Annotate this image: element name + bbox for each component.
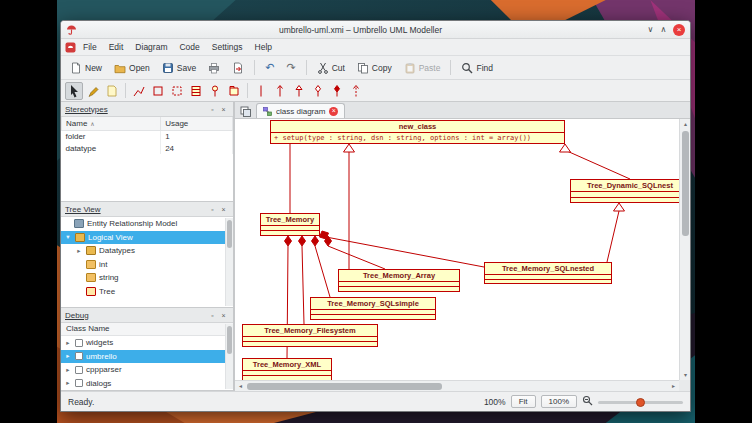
checkbox[interactable] xyxy=(75,339,83,347)
table-row[interactable]: datatype24 xyxy=(62,142,233,154)
tool-pencil[interactable] xyxy=(84,82,102,100)
horizontal-scroll-thumb[interactable] xyxy=(247,383,442,390)
tool-aggregation[interactable] xyxy=(309,82,327,100)
undo-button[interactable]: ↶ xyxy=(260,59,279,76)
expander-closed-icon[interactable]: ▸ xyxy=(64,352,72,360)
tree-item-logical-view[interactable]: ▾ Logical View xyxy=(61,231,233,245)
checkbox[interactable] xyxy=(75,366,83,374)
dock-float-icon[interactable]: ▫ xyxy=(207,106,218,113)
uml-class-tree-memory[interactable]: Tree_Memory xyxy=(260,213,320,236)
stereotypes-header[interactable]: Stereotypes ▫ × xyxy=(61,102,233,117)
zoom-slider[interactable] xyxy=(598,396,683,408)
vertical-scroll-thumb[interactable] xyxy=(682,131,689,236)
tool-dashed-box[interactable] xyxy=(168,82,186,100)
debug-column-header[interactable]: Class Name xyxy=(61,323,233,336)
cut-button[interactable]: Cut xyxy=(312,60,350,76)
tree-item-tree[interactable]: Tree xyxy=(61,285,233,299)
uml-class-tree-memory-array[interactable]: Tree_Memory_Array xyxy=(338,269,460,292)
tree-item-entity-relationship-model[interactable]: Entity Relationship Model xyxy=(61,217,233,231)
save-button[interactable]: Save xyxy=(157,60,201,76)
tool-select[interactable] xyxy=(65,82,83,100)
expander-closed-icon[interactable]: ▸ xyxy=(75,247,83,255)
uml-class-tree-memory-filesystem[interactable]: Tree_Memory_Filesystem xyxy=(242,324,378,347)
vertical-scrollbar[interactable]: ▴ ▾ xyxy=(679,119,690,380)
debug-item-widgets[interactable]: ▸ widgets xyxy=(61,336,233,350)
tool-dependency[interactable] xyxy=(347,82,365,100)
dock-float-icon[interactable]: ▫ xyxy=(207,312,218,319)
uml-class-tree-memory-xml[interactable]: Tree_Memory_XML xyxy=(242,358,332,380)
copy-button[interactable]: Copy xyxy=(352,60,397,76)
uml-class-tree-memory-sqlnested[interactable]: Tree_Memory_SQLnested xyxy=(484,262,612,284)
tool-class[interactable] xyxy=(187,82,205,100)
checkbox[interactable] xyxy=(75,352,83,360)
tool-interface[interactable] xyxy=(206,82,224,100)
new-button[interactable]: New xyxy=(65,60,107,76)
dock-float-icon[interactable]: ▫ xyxy=(207,206,218,213)
debug-scrollbar[interactable] xyxy=(225,324,233,389)
paste-button[interactable]: Paste xyxy=(399,60,446,76)
tab-class-diagram[interactable]: class diagram × xyxy=(256,103,345,118)
debug-header[interactable]: Debug ▫ × xyxy=(61,308,233,323)
close-button[interactable]: × xyxy=(673,24,685,36)
scroll-down-icon[interactable]: ▾ xyxy=(680,370,691,380)
column-header-name[interactable]: Name∧ xyxy=(62,117,161,130)
menu-edit[interactable]: Edit xyxy=(104,41,129,53)
tool-box[interactable] xyxy=(149,82,167,100)
tab-list-button[interactable] xyxy=(237,104,253,118)
open-button[interactable]: Open xyxy=(109,60,155,76)
tree-view-header[interactable]: Tree View ▫ × xyxy=(61,202,233,217)
shade-button[interactable]: ∨ xyxy=(644,25,657,34)
tool-package[interactable] xyxy=(225,82,243,100)
dock-close-icon[interactable]: × xyxy=(218,312,229,319)
tree-item-int[interactable]: int xyxy=(61,258,233,272)
tool-generalization[interactable] xyxy=(290,82,308,100)
find-button[interactable]: Find xyxy=(456,60,498,76)
debug-item-cppparser[interactable]: ▸ cppparser xyxy=(61,363,233,377)
fit-button[interactable]: Fit xyxy=(511,395,536,408)
tree-item-datatypes[interactable]: ▸ Datatypes xyxy=(61,244,233,258)
expander-closed-icon[interactable]: ▸ xyxy=(64,366,72,374)
scroll-up-icon[interactable]: ▴ xyxy=(680,119,691,129)
print-button[interactable] xyxy=(203,60,225,76)
tab-close-button[interactable]: × xyxy=(329,107,338,116)
expander-open-icon[interactable]: ▾ xyxy=(64,233,72,241)
menu-help[interactable]: Help xyxy=(250,41,277,53)
expander-closed-icon[interactable]: ▸ xyxy=(64,379,72,387)
column-header-usage[interactable]: Usage xyxy=(161,117,233,130)
zoom-value-button[interactable]: 100% xyxy=(541,395,577,408)
tool-association[interactable] xyxy=(252,82,270,100)
uml-class-tree-dynamic-sqlnest[interactable]: Tree_Dynamic_SQLnest xyxy=(570,179,679,203)
uml-class-new-class[interactable]: new_class + setup(type : string, dsn : s… xyxy=(270,120,565,144)
horizontal-scrollbar[interactable]: ◂ ▸ xyxy=(235,380,679,391)
title-bar[interactable]: umbrello-uml.xmi – Umbrello UML Modeller… xyxy=(61,21,690,39)
maximize-button[interactable]: ∧ xyxy=(657,25,670,34)
dock-close-icon[interactable]: × xyxy=(218,106,229,113)
tree-view-scrollbar[interactable] xyxy=(225,218,233,306)
diagram-canvas[interactable]: new_class + setup(type : string, dsn : s… xyxy=(235,119,679,380)
export-button[interactable] xyxy=(227,60,249,76)
uml-class-tree-memory-sqlsimple[interactable]: Tree_Memory_SQLsimple xyxy=(310,297,436,320)
uml-class-name: new_class xyxy=(271,121,564,133)
menu-file[interactable]: File xyxy=(78,41,102,53)
scroll-right-icon[interactable]: ▸ xyxy=(668,381,679,391)
tool-note[interactable] xyxy=(103,82,121,100)
debug-item-dialogs[interactable]: ▸ dialogs xyxy=(61,377,233,391)
dock-close-icon[interactable]: × xyxy=(218,206,229,213)
menu-code[interactable]: Code xyxy=(174,41,204,53)
zoom-out-icon[interactable] xyxy=(582,395,593,408)
tree-item-string[interactable]: string xyxy=(61,271,233,285)
menu-diagram[interactable]: Diagram xyxy=(130,41,172,53)
table-row[interactable]: folder1 xyxy=(62,130,233,142)
redo-button[interactable]: ↷ xyxy=(281,59,300,76)
tool-uni-association[interactable] xyxy=(271,82,289,100)
expander-closed-icon[interactable]: ▸ xyxy=(64,339,72,347)
tool-composition[interactable] xyxy=(328,82,346,100)
tool-line[interactable] xyxy=(130,82,148,100)
desktop-wallpaper: umbrello-uml.xmi – Umbrello UML Modeller… xyxy=(57,0,695,423)
note-icon xyxy=(106,84,118,98)
debug-item-umbrello[interactable]: ▸ umbrello xyxy=(61,350,233,364)
zoom-slider-handle[interactable] xyxy=(636,398,645,407)
menu-settings[interactable]: Settings xyxy=(207,41,248,53)
scroll-left-icon[interactable]: ◂ xyxy=(235,381,246,391)
checkbox[interactable] xyxy=(75,379,83,387)
